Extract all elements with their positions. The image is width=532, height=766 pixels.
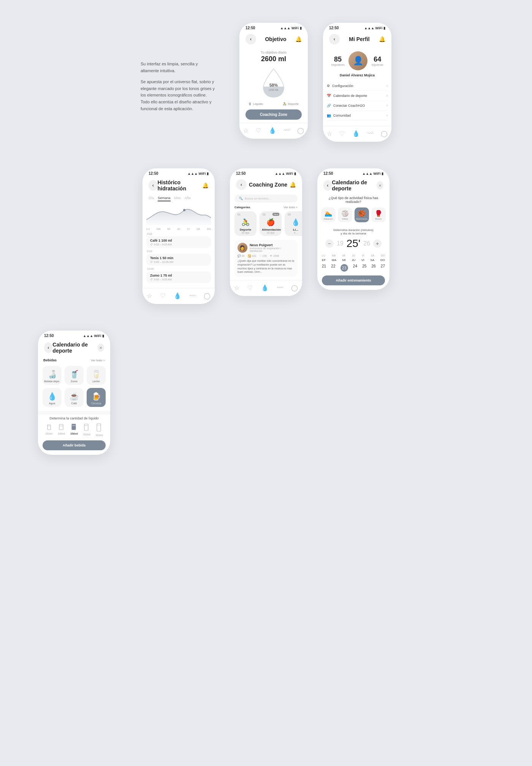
- menu-item-configuracion[interactable]: ⚙Configuración ›: [327, 81, 388, 91]
- back-button-perfil[interactable]: ‹: [329, 34, 340, 44]
- nav-user[interactable]: ◯: [297, 127, 304, 134]
- back-button-historico[interactable]: ‹: [149, 180, 158, 191]
- section-row-2: 12:50 ▲▲▲ WiFi ▮ ‹ Histórico hidratación…: [0, 165, 532, 319]
- intro-text-block: Su interfaz es limpia, sencilla y altame…: [141, 46, 217, 117]
- menu-item-calendario[interactable]: 📅Calendario de deporte ›: [327, 91, 388, 101]
- perfil-stats: 85 Seguidores 👤 64 Siguiendo: [323, 47, 391, 73]
- screen-bebidas: 12:50 ▲▲▲ WiFi ▮ ‹ Calendario de deporte…: [38, 331, 110, 455]
- duration-plus[interactable]: +: [373, 239, 382, 248]
- daily-amount: 2600 ml: [245, 55, 302, 63]
- menu-item-comunidad[interactable]: 👥Comunidad ›: [327, 111, 388, 120]
- category-deporte[interactable]: 01 🚴 Deporte 32 tips: [234, 211, 256, 236]
- bebida-zumo[interactable]: 🥤 Zumo: [65, 366, 84, 385]
- nav-activity-3[interactable]: 〰: [190, 293, 196, 299]
- header-calendario: ‹ Calendario de deporte ✕: [317, 177, 390, 195]
- bebidas-ver-todo[interactable]: Ver todo >: [91, 359, 105, 362]
- category-alimentacion[interactable]: 02 New 🍎 Alimentación 16 tips: [260, 211, 282, 236]
- bell-icon-perfil[interactable]: 🔔: [379, 36, 385, 42]
- nav-star[interactable]: ☆: [243, 127, 249, 134]
- duration-control: − 19 25' 26 +: [322, 237, 385, 250]
- bebidas-label: Bebidas: [43, 358, 57, 362]
- svg-text:1250 ML: 1250 ML: [268, 89, 279, 91]
- nav-person-3[interactable]: ♡: [160, 292, 165, 299]
- cal-day-25[interactable]: 25: [362, 264, 366, 272]
- add-training-button[interactable]: Añadir entrenamiento: [322, 275, 385, 285]
- water-info: 🗑 Líquido 🚴 Deporte: [245, 102, 302, 106]
- nav-person[interactable]: ♡: [256, 127, 261, 134]
- category-li[interactable]: 03 💧 Li... 4...: [285, 211, 302, 236]
- ver-todo-coaching[interactable]: Ver todo >: [283, 206, 298, 209]
- tab-semana[interactable]: Semana: [158, 196, 171, 201]
- bottom-nav-coaching: ☆ ♡ 💧 〰 ◯: [230, 280, 302, 296]
- nav-drop[interactable]: 💧: [269, 127, 276, 134]
- add-bebida-button[interactable]: Añadir bebida: [43, 440, 106, 450]
- categories-label: Categorías: [234, 206, 250, 209]
- bell-icon-objetivo[interactable]: 🔔: [295, 36, 302, 42]
- nav-user-2[interactable]: ◯: [381, 130, 388, 137]
- nav-person-2[interactable]: ♡: [339, 130, 345, 137]
- nav-activity-4[interactable]: 〰: [277, 285, 283, 291]
- coach-author: 👩 Neus Puigvert Instructora de respiraci…: [238, 243, 294, 253]
- back-button-coaching[interactable]: ‹: [236, 179, 247, 190]
- nav-activity-2[interactable]: 〰: [367, 130, 374, 137]
- bebida-bebida-depo[interactable]: 🍶 Bebida depo.: [43, 366, 62, 385]
- activity-natacion[interactable]: 🏊 Natación: [321, 207, 336, 222]
- cal-day-26[interactable]: 26: [372, 264, 376, 272]
- header-historico: ‹ Histórico hidratación 🔔: [142, 177, 215, 195]
- cal-day-21[interactable]: 21: [322, 264, 326, 272]
- calendar-mini-labels: EFMAMI JUVISADO: [317, 258, 390, 263]
- activity-boxeo[interactable]: 🥊 Boxeo: [371, 207, 386, 222]
- cal-day-22[interactable]: 22: [331, 264, 335, 272]
- svg-rect-6: [59, 424, 63, 430]
- nav-person-4[interactable]: ♡: [247, 284, 253, 291]
- bebida-agua[interactable]: 💧 Agua: [43, 388, 62, 407]
- coach-post: 👩 Neus Puigvert Instructora de respiraci…: [234, 240, 298, 277]
- nav-user-4[interactable]: ◯: [291, 284, 298, 291]
- bell-icon-historico[interactable]: 🔔: [202, 182, 209, 188]
- cal-day-27[interactable]: 27: [381, 264, 385, 272]
- nav-drop-4[interactable]: 💧: [261, 284, 269, 291]
- title-bebidas: Calendario de deporte: [52, 342, 97, 354]
- size-500[interactable]: 500ml: [96, 423, 103, 437]
- svg-rect-8: [72, 424, 76, 430]
- cal-day-23[interactable]: 23: [340, 264, 348, 272]
- nav-activity[interactable]: 〰: [284, 127, 290, 134]
- nav-star-4[interactable]: ☆: [234, 284, 239, 291]
- back-button-objetivo[interactable]: ‹: [245, 34, 256, 44]
- back-button-bebidas[interactable]: ‹: [44, 342, 52, 353]
- back-button-calendario[interactable]: ‹: [323, 180, 332, 191]
- siguiendo-stat: 64 Siguiendo: [372, 55, 383, 66]
- historico-item-zumo: Zumo 1 75 ml ⏱ 9:00 – 9:05 AM: [146, 271, 211, 283]
- nav-drop-2[interactable]: 💧: [352, 130, 360, 137]
- bebida-leche[interactable]: 🥛 Leche: [87, 366, 106, 385]
- tab-dia[interactable]: Día: [149, 196, 154, 201]
- tab-anio[interactable]: Año: [185, 196, 191, 201]
- nav-star-3[interactable]: ☆: [147, 292, 152, 299]
- menu-item-conectar[interactable]: 🔗Conectar CoachH2O ›: [327, 101, 388, 111]
- activity-baloncesto[interactable]: 🏀 Baloncesto: [355, 207, 369, 222]
- seguidores-stat: 85 Seguidores: [331, 55, 344, 66]
- size-150[interactable]: 150ml: [45, 423, 52, 437]
- size-200[interactable]: 200ml: [58, 423, 65, 437]
- nav-star-2[interactable]: ☆: [327, 130, 332, 137]
- activity-question: ¿Qué tipo de actividad física has realiz…: [317, 195, 390, 207]
- close-button-bebidas[interactable]: ✕: [97, 343, 104, 352]
- size-400[interactable]: 400ml: [83, 423, 90, 437]
- close-button-calendario[interactable]: ✕: [377, 181, 383, 190]
- svg-rect-4: [48, 425, 51, 430]
- bell-icon-coaching[interactable]: 🔔: [290, 182, 296, 188]
- nav-drop-3[interactable]: 💧: [174, 292, 181, 299]
- bottom-nav-historico: ☆ ♡ 💧 〰 ◯: [142, 288, 215, 304]
- objetivo-content: Tu objetivo diario 2600 ml 58% 1250 ML: [239, 47, 308, 123]
- coaching-zone-button[interactable]: Coaching Zone: [245, 109, 302, 120]
- duration-minus[interactable]: −: [325, 239, 334, 248]
- size-350[interactable]: 350ml: [70, 423, 78, 437]
- search-bar-coaching[interactable]: 🔍 Busca un término...: [234, 195, 298, 203]
- bebida-cerveza[interactable]: 🍺 Cerveza: [87, 388, 106, 407]
- cal-day-24[interactable]: 24: [353, 264, 357, 272]
- nav-user-3[interactable]: ◯: [204, 292, 211, 299]
- tab-mes[interactable]: Mes: [174, 196, 181, 201]
- activity-volley[interactable]: 🏐 Volley: [338, 207, 352, 222]
- perfil-name: Daniel Álvarez Mujica: [323, 73, 391, 77]
- bebida-cafe[interactable]: ☕ Café: [65, 388, 84, 407]
